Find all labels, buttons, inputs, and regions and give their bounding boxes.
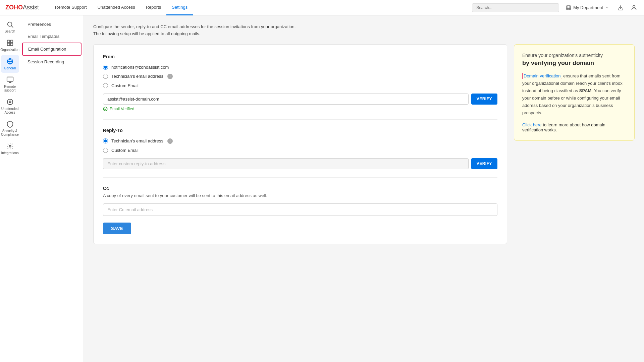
sidebar-preferences[interactable]: Preferences: [22, 18, 82, 30]
svg-rect-0: [567, 6, 571, 10]
building-icon: [566, 5, 571, 10]
content-area: From notifications@zohoassist.com Techni…: [93, 44, 635, 244]
desc-line2: The following setup will be applied to a…: [93, 31, 200, 36]
svg-rect-6: [7, 43, 9, 46]
technician-info-icon[interactable]: i: [167, 74, 173, 79]
reply-to-radio-custom[interactable]: [103, 148, 108, 153]
reply-to-custom-label: Custom Email: [111, 148, 139, 153]
cc-section-description: A copy of every email sent to your custo…: [103, 193, 497, 198]
unattended-icon: [6, 98, 14, 106]
reply-to-custom-email-row: VERIFY: [103, 158, 497, 169]
chevron-down-icon: [605, 6, 609, 10]
nav-right: My Department: [472, 3, 639, 12]
sidebar-security-label: Security & Compliance: [1, 129, 19, 136]
icon-navigation: Search Organization General Remote suppo…: [0, 15, 20, 362]
sidebar-email-templates[interactable]: Email Templates: [22, 31, 82, 42]
from-radio-notifications[interactable]: [103, 65, 108, 70]
sidebar-remote-label: Remote support: [2, 85, 18, 92]
from-option-custom[interactable]: Custom Email: [103, 83, 497, 88]
info-card-body: Domain verification ensures that emails …: [522, 72, 626, 117]
from-custom-email-row: VERIFY: [103, 94, 497, 105]
svg-point-11: [9, 101, 11, 103]
nav-remote-support[interactable]: Remote Support: [50, 0, 92, 15]
main-content: Configure the sender, reply-to and CC em…: [84, 15, 644, 362]
integrations-icon: [6, 142, 14, 150]
desc-line1: Configure the sender, reply-to and CC em…: [93, 24, 296, 29]
sidebar-item-integrations[interactable]: Integrations: [1, 140, 19, 158]
sidebar-org-label: Organization: [0, 48, 19, 52]
nav-settings[interactable]: Settings: [166, 0, 193, 15]
from-verify-button[interactable]: VERIFY: [471, 94, 497, 105]
form-card: From notifications@zohoassist.com Techni…: [93, 44, 507, 244]
from-option-technician[interactable]: Technician's email address i: [103, 74, 497, 79]
sidebar-item-security[interactable]: Security & Compliance: [1, 118, 19, 139]
reply-to-radio-group: Technician's email address i Custom Emai…: [103, 138, 497, 153]
reply-to-verify-button[interactable]: VERIFY: [471, 158, 497, 169]
from-radio-technician[interactable]: [103, 74, 108, 79]
svg-rect-5: [10, 40, 12, 43]
reply-to-option-technician[interactable]: Technician's email address i: [103, 138, 497, 144]
sidebar-item-organization[interactable]: Organization: [1, 37, 19, 54]
nav-unattended-access[interactable]: Unattended Access: [92, 0, 141, 15]
sidebar-session-recording[interactable]: Session Recording: [22, 56, 82, 68]
domain-verification-link[interactable]: Domain verification: [522, 73, 562, 79]
top-navigation: ZOHO Assist Remote Support Unattended Ac…: [0, 0, 644, 15]
sidebar-search-label: Search: [5, 29, 15, 33]
department-selector[interactable]: My Department: [563, 4, 612, 12]
svg-point-2: [7, 22, 12, 26]
from-custom-email-input[interactable]: [103, 94, 469, 105]
sidebar-email-configuration[interactable]: Email Configuration: [22, 43, 82, 56]
sidebar-integrations-label: Integrations: [1, 151, 18, 155]
logo-assist: Assist: [23, 4, 39, 11]
info-card-title: Ensure your organization's authenticity: [522, 53, 626, 58]
from-option-notifications[interactable]: notifications@zohoassist.com: [103, 65, 497, 70]
sidebar-item-search[interactable]: Search: [1, 18, 19, 36]
spam-text: SPAM: [579, 88, 592, 93]
from-radio-custom[interactable]: [103, 83, 108, 88]
reply-to-radio-technician[interactable]: [103, 138, 108, 143]
from-radio-group: notifications@zohoassist.com Technician'…: [103, 65, 497, 88]
save-button[interactable]: SAVE: [103, 223, 131, 234]
download-icon[interactable]: [616, 3, 625, 12]
page-description: Configure the sender, reply-to and CC em…: [93, 23, 635, 38]
from-notifications-label: notifications@zohoassist.com: [111, 65, 169, 70]
sidebar-general-label: General: [4, 66, 16, 70]
click-here-link[interactable]: Click here: [522, 122, 542, 127]
verified-badge: Email Verified: [103, 107, 497, 111]
cc-section-title: Cc: [103, 186, 497, 191]
verified-text: Email Verified: [110, 107, 134, 111]
remote-icon: [6, 76, 14, 83]
info-card: Ensure your organization's authenticity …: [514, 44, 635, 141]
shield-icon: [6, 120, 14, 128]
check-circle-icon: [103, 107, 108, 111]
svg-rect-9: [7, 77, 13, 81]
app-logo[interactable]: ZOHO Assist: [5, 4, 39, 11]
sidebar-item-general[interactable]: General: [1, 55, 19, 73]
svg-rect-7: [10, 43, 12, 46]
sidebar-item-unattended[interactable]: Unattended Access: [1, 96, 19, 117]
reply-to-section-title: Reply-To: [103, 128, 497, 133]
global-search-input[interactable]: [472, 3, 559, 12]
nav-reports[interactable]: Reports: [141, 0, 167, 15]
logo-zoho: ZOHO: [5, 4, 23, 11]
from-technician-label: Technician's email address: [111, 74, 163, 79]
cc-email-input[interactable]: [103, 203, 497, 216]
reply-to-technician-label: Technician's email address: [111, 138, 163, 143]
svg-point-12: [9, 145, 11, 147]
sidebar-item-remote-support[interactable]: Remote support: [1, 73, 19, 95]
reply-to-option-custom[interactable]: Custom Email: [103, 148, 497, 153]
from-custom-label: Custom Email: [111, 83, 139, 88]
sidebar: Preferences Email Templates Email Config…: [20, 15, 84, 362]
app-body: Search Organization General Remote suppo…: [0, 15, 644, 362]
user-avatar[interactable]: [629, 3, 639, 12]
info-card-footer: Click here to learn more about how domai…: [522, 122, 626, 132]
reply-to-custom-email-input[interactable]: [103, 158, 469, 169]
svg-point-1: [633, 5, 635, 8]
search-icon: [6, 21, 14, 28]
divider-1: [103, 119, 497, 120]
divider-2: [103, 177, 497, 178]
from-section-title: From: [103, 54, 497, 59]
info-card-title-bold: by verifying your domain: [522, 59, 626, 67]
reply-technician-info-icon[interactable]: i: [167, 138, 173, 144]
nav-links: Remote Support Unattended Access Reports…: [50, 0, 472, 15]
